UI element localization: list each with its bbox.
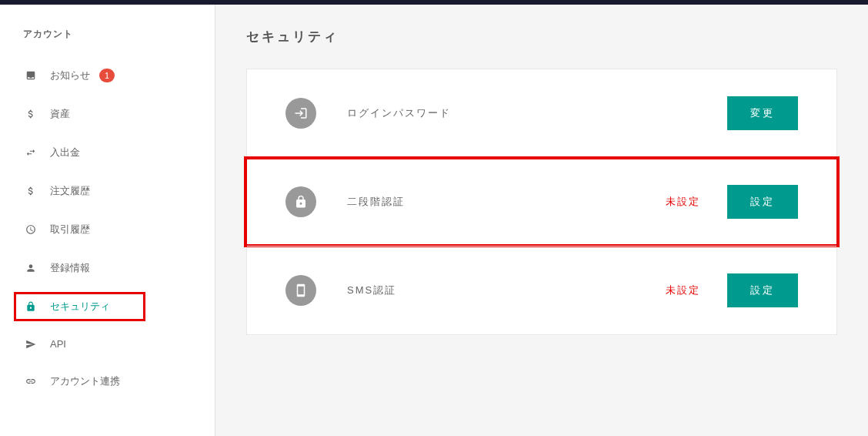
main: セキュリティ ログインパスワード 変更 二段階認証 未設定 設定 — [215, 5, 868, 436]
login-icon — [285, 98, 316, 129]
sidebar: アカウント お知らせ 1 資産 入出金 注文履歴 — [0, 5, 215, 436]
sidebar-item-notifications[interactable]: お知らせ 1 — [0, 56, 215, 95]
sidebar-item-label: 取引履歴 — [50, 223, 90, 236]
sidebar-item-api[interactable]: API — [0, 326, 215, 362]
sidebar-item-label: アカウント連携 — [50, 374, 120, 388]
dollar-icon — [23, 186, 38, 196]
lock-icon — [23, 301, 38, 312]
sidebar-item-linked-accounts[interactable]: アカウント連携 — [0, 362, 215, 401]
send-icon — [23, 339, 38, 350]
sidebar-header: アカウント — [0, 28, 215, 56]
link-icon — [23, 376, 38, 387]
settings-card: ログインパスワード 変更 二段階認証 未設定 設定 SMS認証 未設定 設定 — [246, 69, 837, 335]
inbox-icon — [23, 70, 38, 81]
setting-status: 未設定 — [666, 195, 700, 209]
user-icon — [23, 263, 38, 273]
sidebar-item-label: 資産 — [50, 107, 70, 121]
swap-icon — [23, 147, 38, 158]
container: アカウント お知らせ 1 資産 入出金 注文履歴 — [0, 5, 868, 436]
sidebar-item-order-history[interactable]: 注文履歴 — [0, 172, 215, 210]
lock-icon — [285, 186, 316, 217]
page-title: セキュリティ — [246, 28, 837, 45]
phone-icon — [285, 275, 316, 306]
sidebar-item-profile[interactable]: 登録情報 — [0, 249, 215, 287]
notification-badge: 1 — [99, 69, 115, 82]
sidebar-item-label: API — [50, 338, 66, 350]
configure-button[interactable]: 設定 — [727, 185, 798, 219]
setting-row-sms: SMS認証 未設定 設定 — [247, 246, 836, 334]
setting-label: ログインパスワード — [347, 106, 727, 120]
sidebar-item-label: 入出金 — [50, 146, 80, 159]
sidebar-item-assets[interactable]: 資産 — [0, 95, 215, 133]
setting-row-login-password: ログインパスワード 変更 — [247, 69, 836, 157]
configure-button[interactable]: 設定 — [727, 273, 798, 307]
clock-icon — [23, 224, 38, 235]
setting-label: SMS認証 — [347, 283, 666, 297]
dollar-icon — [23, 109, 38, 119]
sidebar-item-label: 登録情報 — [50, 261, 90, 275]
sidebar-item-label: お知らせ — [50, 69, 90, 82]
sidebar-item-security[interactable]: セキュリティ — [0, 287, 215, 326]
sidebar-item-deposit-withdraw[interactable]: 入出金 — [0, 133, 215, 172]
sidebar-item-label: セキュリティ — [50, 300, 110, 314]
setting-label: 二段階認証 — [347, 195, 666, 209]
change-button[interactable]: 変更 — [727, 96, 798, 130]
setting-row-2fa: 二段階認証 未設定 設定 — [247, 157, 836, 246]
setting-status: 未設定 — [666, 283, 700, 297]
sidebar-item-label: 注文履歴 — [50, 184, 90, 198]
sidebar-item-trade-history[interactable]: 取引履歴 — [0, 210, 215, 249]
